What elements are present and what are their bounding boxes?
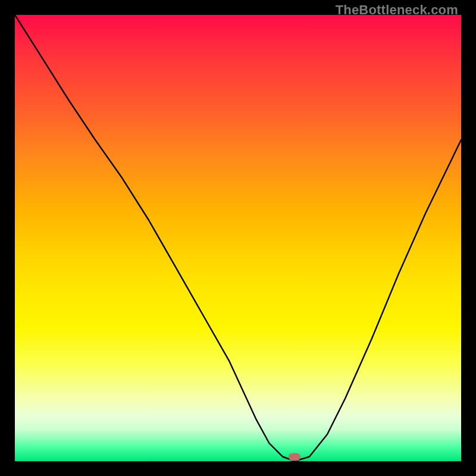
chart-frame: TheBottleneck.com xyxy=(0,0,476,476)
plot-area xyxy=(15,15,461,461)
bottleneck-curve xyxy=(15,15,461,461)
minimum-marker xyxy=(289,453,300,461)
